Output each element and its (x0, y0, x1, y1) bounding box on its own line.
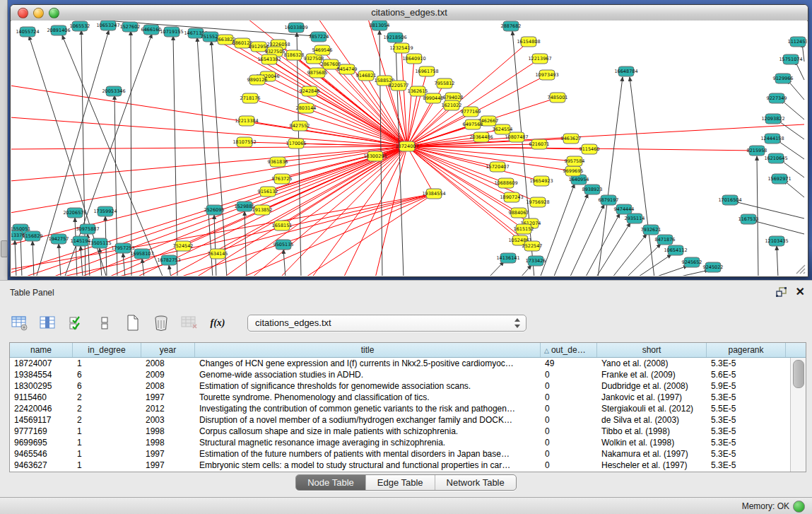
table-row[interactable]: 946554611997Estimation of the future num… (10, 448, 790, 460)
graph-edge[interactable] (15, 240, 16, 276)
column-header-name[interactable]: name (10, 343, 73, 357)
table-row[interactable]: 911546021997Tourette syndrome. Phenomeno… (10, 392, 790, 403)
window-resize-grip[interactable] (794, 263, 806, 274)
table-row[interactable]: 946362711997Embryonic stem cells: a mode… (10, 460, 790, 471)
table-row[interactable]: 1456911722003Disruption of a novel membe… (10, 414, 790, 426)
graph-node-label: 1112453 (788, 39, 807, 45)
tab-node-table[interactable]: Node Table (296, 475, 366, 490)
graph-node-label: 2522547 (522, 243, 543, 249)
graph-edge[interactable] (257, 80, 407, 146)
graph-edge[interactable] (11, 117, 407, 146)
graph-edge[interactable] (283, 250, 286, 276)
graph-edge[interactable] (123, 253, 125, 276)
graph-edge[interactable] (197, 37, 213, 276)
column-header-in_degree[interactable]: in_degree (73, 343, 141, 357)
create-column-button[interactable] (123, 314, 143, 332)
column-header-out_de[interactable]: △out_de… (541, 343, 597, 357)
graph-edge[interactable] (11, 86, 407, 146)
graph-edge[interactable] (598, 77, 623, 276)
panel-resize-handle[interactable] (1, 240, 8, 257)
graph-node-label: 16648784 (614, 69, 637, 74)
graph-node-label: 10654112 (664, 247, 687, 253)
table-cell: 18300295 (10, 380, 73, 392)
table-selector-value: citations_edges.txt (255, 317, 331, 328)
table-cell: Changes of HCN gene expression and I(f) … (195, 358, 541, 369)
network-window-titlebar[interactable]: citations_edges.txt (11, 5, 808, 21)
network-canvas[interactable]: 1405572420891406106553210653247152760264… (11, 21, 807, 276)
graph-node-label: 13505115 (88, 240, 111, 246)
table-panel-title: Table Panel (10, 288, 54, 298)
graph-edge[interactable] (169, 265, 171, 276)
graph-edge[interactable] (131, 31, 131, 276)
delete-column-button[interactable] (151, 314, 171, 332)
graph-edge[interactable] (11, 146, 407, 149)
graph-edge[interactable] (777, 246, 778, 276)
table-row[interactable]: 969969511998Structural magnetic resonanc… (10, 437, 790, 448)
application-window: citations_edges.txt 14055724208914061065… (0, 0, 812, 514)
graph-node-label: 30975887 (76, 226, 99, 232)
graph-edge[interactable] (59, 244, 61, 276)
graph-node-label: 14136141 (496, 255, 519, 261)
column-header-short[interactable]: short (597, 343, 707, 357)
table-cell: 5.3E-5 (707, 460, 786, 471)
graph-node-label: 7524542 (173, 243, 194, 249)
graph-edge[interactable] (407, 146, 498, 167)
graph-node-label: 2803144 (296, 105, 317, 111)
graph-edge[interactable] (612, 234, 647, 276)
float-panel-icon[interactable] (776, 287, 787, 297)
graph-edge[interactable] (653, 266, 688, 276)
graph-edge[interactable] (407, 146, 434, 194)
graph-edge[interactable] (585, 214, 620, 276)
tab-edge-table[interactable]: Edge Table (366, 475, 435, 490)
graph-node-label: 1167533 (739, 216, 759, 222)
show-columns-button[interactable] (38, 314, 58, 332)
graph-edge[interactable] (33, 241, 34, 276)
node-table: namein_degreeyeartitle△out_de…shortpager… (9, 342, 806, 472)
graph-edge[interactable] (167, 146, 407, 276)
graph-edge[interactable] (11, 146, 407, 213)
table-row[interactable]: 1830029562008Estimation of significance … (10, 380, 790, 392)
graph-node-label: 6216071 (529, 141, 550, 147)
graph-edge[interactable] (211, 41, 227, 276)
graph-edge[interactable] (753, 221, 804, 234)
graph-node-label: 20891406 (47, 28, 70, 33)
graph-node-label: 20364486 (469, 134, 493, 140)
close-panel-icon[interactable]: ✕ (796, 286, 805, 298)
graph-edge[interactable] (81, 246, 83, 276)
table-selector[interactable]: citations_edges.txt (247, 315, 526, 332)
table-cell: 1 (73, 448, 141, 460)
graph-edge[interactable] (488, 262, 504, 276)
graph-edge[interactable] (520, 265, 531, 276)
network-svg: 1405572420891406106553210653247152760264… (11, 21, 807, 276)
table-row[interactable]: 977716911998Corpus callosum shape and si… (10, 426, 790, 437)
table-cell: Investigating the contribution of common… (195, 403, 541, 414)
graph-edge[interactable] (630, 77, 654, 276)
selection-mode-button[interactable] (66, 314, 86, 332)
graph-edge[interactable] (396, 42, 404, 276)
table-row[interactable]: 1872400712008Changes of HCN gene express… (10, 358, 790, 369)
column-header-title[interactable]: title (195, 343, 541, 357)
column-header-pagerank[interactable]: pagerank (707, 343, 786, 357)
graph-edge[interactable] (626, 244, 661, 276)
graph-edge[interactable] (214, 215, 216, 276)
function-builder-button[interactable]: f(x) (208, 314, 228, 332)
table-options-button[interactable] (10, 314, 30, 332)
table-row[interactable]: 1938455462009Genome-wide association stu… (10, 369, 790, 380)
table-cell: Tibbo et al. (1998) (597, 426, 707, 437)
row-height-button[interactable] (95, 314, 114, 332)
graph-node-label: 17957253 (111, 245, 134, 251)
graph-edge[interactable] (11, 146, 407, 181)
table-cell: Nakamura et al. (1997) (597, 448, 707, 460)
scrollbar-thumb[interactable] (793, 360, 804, 388)
graph-edge[interactable] (553, 194, 588, 276)
table-cell: 9115460 (10, 392, 73, 403)
table-row[interactable]: 2242004622012Investigating the contribut… (10, 403, 790, 414)
graph-node-label: 19384554 (422, 191, 445, 197)
graph-edge[interactable] (674, 270, 709, 276)
graph-node-label: 8938923 (582, 187, 603, 192)
tab-network-table[interactable]: Network Table (435, 475, 516, 490)
column-header-year[interactable]: year (141, 343, 195, 357)
table-scrollbar[interactable] (790, 358, 806, 472)
delete-table-button[interactable] (180, 314, 199, 332)
graph-edge[interactable] (570, 204, 604, 276)
